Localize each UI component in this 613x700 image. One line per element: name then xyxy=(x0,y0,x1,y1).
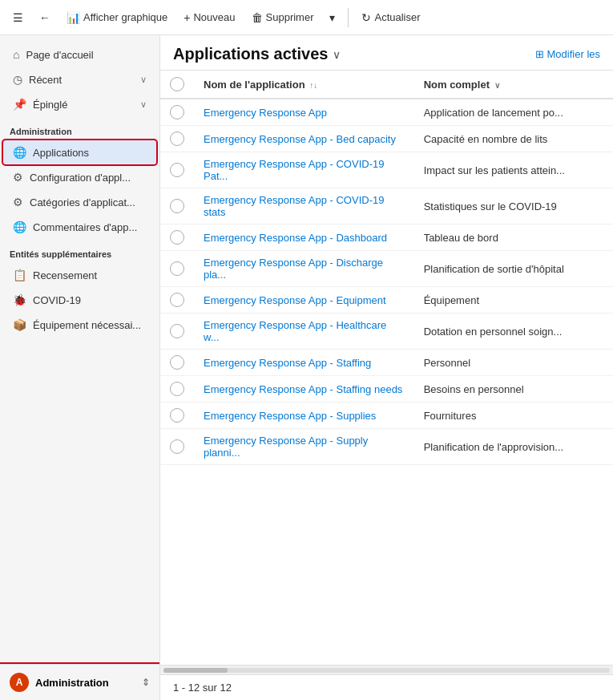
row-name-cell: Emergency Response App - Dashboard xyxy=(194,225,414,251)
new-icon: + xyxy=(183,11,190,24)
name-sort-icon[interactable]: ↑↓ xyxy=(309,81,317,90)
toolbar: ☰ ← 📊 Afficher graphique + Nouveau 🗑 Sup… xyxy=(0,0,613,35)
app-link[interactable]: Emergency Response App - COVID-19 stats xyxy=(204,194,384,218)
row-fullname-cell: Besoins en personnel xyxy=(414,376,613,403)
title-chevron-icon[interactable]: ∨ xyxy=(333,48,341,61)
sidebar-item-applications[interactable]: 🌐 Applications xyxy=(3,140,156,164)
app-link[interactable]: Emergency Response App - COVID-19 Pat... xyxy=(204,158,384,182)
fullname-sort-icon[interactable]: ∨ xyxy=(494,81,500,90)
app-link[interactable]: Emergency Response App - Dashboard xyxy=(204,232,387,244)
table-row: Emergency Response App - Dashboard Table… xyxy=(160,225,613,251)
row-checkbox[interactable] xyxy=(170,439,184,454)
row-checkbox[interactable] xyxy=(170,230,184,245)
table-row: Emergency Response App - Staffing needs … xyxy=(160,376,613,403)
app-link[interactable]: Emergency Response App - Equipment xyxy=(204,294,386,306)
row-name-cell: Emergency Response App - Supplies xyxy=(194,403,414,429)
row-checkbox[interactable] xyxy=(170,132,184,146)
row-name-cell: Emergency Response App - Staffing xyxy=(194,350,414,376)
sidebar-item-config[interactable]: ⚙ Configuration d'appl... xyxy=(3,165,156,189)
sidebar-item-comments[interactable]: 🌐 Commentaires d'app... xyxy=(3,215,156,239)
row-fullname-cell: Statistiques sur le COVID-19 xyxy=(414,188,613,225)
delete-button[interactable]: 🗑 Supprimer xyxy=(245,8,321,27)
row-name-cell: Emergency Response App - Discharge pla..… xyxy=(194,251,414,287)
toolbar-separator xyxy=(348,8,349,27)
sidebar-item-home[interactable]: ⌂ Page d'accueil xyxy=(3,42,156,67)
row-checkbox[interactable] xyxy=(170,105,184,119)
pinned-chevron-icon: ∨ xyxy=(140,99,147,110)
row-checkbox-cell xyxy=(160,225,194,251)
table-row: Emergency Response App - COVID-19 stats … xyxy=(160,188,613,225)
app-link[interactable]: Emergency Response App - Bed capacity xyxy=(204,133,396,145)
sidebar-item-applications-label: Applications xyxy=(33,147,147,159)
app-link[interactable]: Emergency Response App - Discharge pla..… xyxy=(204,257,383,281)
row-checkbox[interactable] xyxy=(170,324,184,338)
config-icon: ⚙ xyxy=(13,171,23,184)
row-checkbox[interactable] xyxy=(170,293,184,307)
row-fullname-cell: Fournitures xyxy=(414,403,613,429)
app-link[interactable]: Emergency Response App - Staffing needs xyxy=(204,383,402,395)
sidebar-item-equipment[interactable]: 📦 Équipement nécessai... xyxy=(3,313,156,337)
row-checkbox-cell xyxy=(160,350,194,376)
app-link[interactable]: Emergency Response App - Staffing xyxy=(204,357,371,369)
menu-button[interactable]: ☰ xyxy=(6,8,30,27)
main-layout: ⌂ Page d'accueil ◷ Récent ∨ 📌 Épinglé ∨ … xyxy=(0,35,613,700)
categories-icon: ⚙ xyxy=(13,196,23,208)
census-icon: 📋 xyxy=(13,269,26,281)
row-checkbox-cell xyxy=(160,287,194,314)
row-checkbox[interactable] xyxy=(170,382,184,396)
sidebar-item-census[interactable]: 📋 Recensement xyxy=(3,263,156,287)
row-name-cell: Emergency Response App - Supply planni..… xyxy=(194,429,414,465)
row-fullname-cell: Impact sur les patients attein... xyxy=(414,152,613,188)
modify-icon: ⊞ xyxy=(535,48,544,60)
row-name-cell: Emergency Response App - Staffing needs xyxy=(194,376,414,403)
applications-icon: 🌐 xyxy=(13,146,26,159)
table-row: Emergency Response App - Discharge pla..… xyxy=(160,251,613,287)
app-link[interactable]: Emergency Response App - Supplies xyxy=(204,410,376,422)
row-checkbox-cell xyxy=(160,152,194,188)
sidebar-item-config-label: Configuration d'appl... xyxy=(30,172,147,184)
row-name-cell: Emergency Response App - Equipment xyxy=(194,287,414,314)
row-name-cell: Emergency Response App xyxy=(194,99,414,126)
sidebar-item-covid-label: COVID-19 xyxy=(33,294,147,306)
row-checkbox[interactable] xyxy=(170,163,184,177)
table-body: Emergency Response App Application de la… xyxy=(160,99,613,465)
row-checkbox[interactable] xyxy=(170,355,184,370)
app-link[interactable]: Emergency Response App - Supply planni..… xyxy=(204,435,368,459)
row-fullname-cell: Capacité en nombre de lits xyxy=(414,126,613,152)
sidebar-item-covid[interactable]: 🐞 COVID-19 xyxy=(3,288,156,312)
new-button[interactable]: + Nouveau xyxy=(177,8,241,27)
row-fullname-cell: Équipement xyxy=(414,287,613,314)
app-link[interactable]: Emergency Response App xyxy=(204,107,327,119)
header-checkbox[interactable] xyxy=(170,77,184,91)
sidebar-item-pinned[interactable]: 📌 Épinglé ∨ xyxy=(3,92,156,116)
home-icon: ⌂ xyxy=(13,48,19,61)
row-checkbox[interactable] xyxy=(170,199,184,213)
row-checkbox-cell xyxy=(160,126,194,152)
back-icon: ← xyxy=(39,11,50,24)
app-link[interactable]: Emergency Response App - Healthcare w... xyxy=(204,319,386,343)
row-fullname-cell: Planification de sortie d'hôpital xyxy=(414,251,613,287)
horizontal-scrollbar[interactable] xyxy=(160,665,613,674)
back-button[interactable]: ← xyxy=(33,8,57,27)
row-checkbox[interactable] xyxy=(170,408,184,423)
refresh-button[interactable]: ↻ Actualiser xyxy=(355,8,426,27)
row-checkbox-cell xyxy=(160,251,194,287)
view-graph-button[interactable]: 📊 Afficher graphique xyxy=(60,8,174,27)
row-checkbox[interactable] xyxy=(170,261,184,276)
table-row: Emergency Response App Application de la… xyxy=(160,99,613,126)
applications-table: Nom de l'application ↑↓ Nom complet ∨ Em… xyxy=(160,71,613,465)
scrollbar-thumb[interactable] xyxy=(163,668,228,673)
recent-icon: ◷ xyxy=(13,73,22,86)
row-checkbox-cell xyxy=(160,314,194,350)
delete-dropdown-button[interactable]: ▾ xyxy=(323,8,341,27)
covid-icon: 🐞 xyxy=(13,293,26,306)
row-checkbox-cell xyxy=(160,429,194,465)
sidebar-item-categories[interactable]: ⚙ Catégories d'applicat... xyxy=(3,190,156,214)
content-title-row: Applications actives ∨ xyxy=(173,45,341,63)
sidebar-item-pinned-label: Épinglé xyxy=(33,99,134,111)
sidebar-item-comments-label: Commentaires d'app... xyxy=(33,221,147,233)
sidebar-footer[interactable]: A Administration ⇕ xyxy=(0,664,159,700)
sidebar-item-recent[interactable]: ◷ Récent ∨ xyxy=(3,67,156,91)
row-checkbox-cell xyxy=(160,188,194,225)
modify-button[interactable]: ⊞ Modifier les xyxy=(535,48,600,60)
